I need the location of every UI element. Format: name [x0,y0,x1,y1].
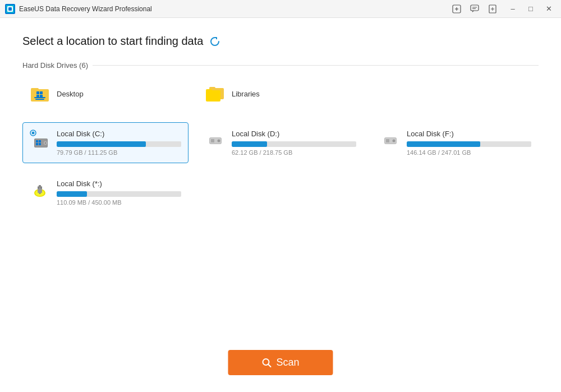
folder-item-libraries[interactable]: Libraries [197,76,364,111]
drive-size-f: 146.14 GB / 247.01 GB [407,149,531,156]
svg-rect-21 [206,90,220,102]
svg-rect-32 [39,143,41,145]
folder-libraries-label: Libraries [232,90,260,98]
svg-rect-35 [211,139,214,142]
page-heading: Select a location to start finding data [22,35,539,48]
drive-icon-f [380,130,400,150]
svg-rect-17 [36,95,39,98]
drive-item-f[interactable]: Local Disk (F:) 146.14 GB / 247.01 GB [373,122,539,163]
folder-desktop-icon [30,84,50,104]
main-content: Select a location to start finding data … [0,18,561,233]
folder-empty-slot [373,76,539,111]
drive-info-c: Local Disk (C:) 79.79 GB / 111.25 GB [57,130,181,156]
user-icon[interactable] [449,1,465,17]
svg-line-49 [268,364,271,367]
maximize-button[interactable]: □ [523,1,539,17]
svg-rect-12 [31,88,39,90]
drive-name-c: Local Disk (C:) [57,130,181,138]
drive-size-d: 62.12 GB / 218.75 GB [232,149,356,156]
drive-bar-fill-star [57,191,87,197]
folder-item-desktop[interactable]: Desktop [22,76,188,111]
drive-bar-bg-star [57,191,181,197]
drives-grid-row2: Local Disk (*:) 110.09 MB / 450.00 MB [22,172,539,213]
drive-info-star: Local Disk (*:) 110.09 MB / 450.00 MB [57,179,181,206]
svg-point-28 [45,142,47,144]
svg-rect-7 [471,5,479,11]
app-icon [4,3,16,15]
svg-rect-18 [40,95,43,98]
drive-bar-fill-f [407,141,480,147]
drive-bar-bg-c [57,141,181,147]
scan-button[interactable]: Scan [228,350,333,375]
drive-item-star[interactable]: Local Disk (*:) 110.09 MB / 450.00 MB [22,172,188,213]
section-divider [93,65,539,66]
svg-rect-29 [36,140,38,142]
svg-rect-31 [36,143,38,145]
drive-bar-bg-f [407,141,531,147]
drive-icon-c [30,130,50,150]
drive-bar-fill-d [232,141,267,147]
empty-slot-3 [373,172,539,213]
svg-point-36 [218,140,220,142]
svg-rect-15 [36,91,39,94]
scan-button-container: Scan [228,350,333,375]
svg-rect-3 [8,7,12,11]
svg-rect-22 [206,89,212,91]
scan-button-label: Scan [276,357,299,368]
drive-info-f: Local Disk (F:) 146.14 GB / 247.01 GB [407,130,531,156]
svg-rect-30 [39,140,41,142]
drive-bar-fill-c [57,141,146,147]
empty-slot-2 [197,172,364,213]
drive-name-d: Local Disk (D:) [232,130,356,138]
section-title-hard-disk: Hard Disk Drives (6) [22,61,539,70]
drive-bar-bg-d [232,141,356,147]
drive-item-d[interactable]: Local Disk (D:) 62.12 GB / 218.75 GB [197,122,364,163]
drives-grid-row1: Local Disk (C:) 79.79 GB / 111.25 GB L [22,122,539,163]
drive-icon-d [205,130,225,150]
window-controls[interactable]: – □ ✕ [505,1,557,17]
bookmark-icon[interactable] [485,1,500,17]
svg-rect-39 [386,139,389,142]
folders-row: Desktop Libraries [22,76,539,111]
drive-size-star: 110.09 MB / 450.00 MB [57,199,181,206]
drive-name-star: Local Disk (*:) [57,179,181,188]
folder-libraries-icon [205,84,225,104]
minimize-button[interactable]: – [505,1,521,17]
svg-rect-47 [40,187,42,188]
drive-name-f: Local Disk (F:) [407,130,531,138]
svg-rect-46 [38,187,39,188]
svg-rect-14 [35,99,44,100]
drive-icon-star [30,179,50,200]
chat-icon[interactable] [467,1,482,17]
page-title: Select a location to start finding data [22,35,203,48]
svg-rect-20 [209,87,215,89]
drive-size-c: 79.79 GB / 111.25 GB [57,149,181,156]
refresh-icon[interactable] [209,35,221,48]
svg-point-40 [393,140,396,142]
app-title: EaseUS Data Recovery Wizard Professional [19,5,449,13]
search-icon [261,358,272,368]
folder-desktop-label: Desktop [57,90,84,98]
titlebar: EaseUS Data Recovery Wizard Professional [0,0,561,18]
svg-rect-16 [40,91,43,94]
titlebar-extra-icons [449,1,500,17]
drive-info-d: Local Disk (D:) 62.12 GB / 218.75 GB [232,130,356,156]
svg-rect-45 [39,185,41,187]
svg-point-24 [32,132,35,135]
close-button[interactable]: ✕ [541,1,557,17]
drive-item-c[interactable]: Local Disk (C:) 79.79 GB / 111.25 GB [22,122,188,163]
